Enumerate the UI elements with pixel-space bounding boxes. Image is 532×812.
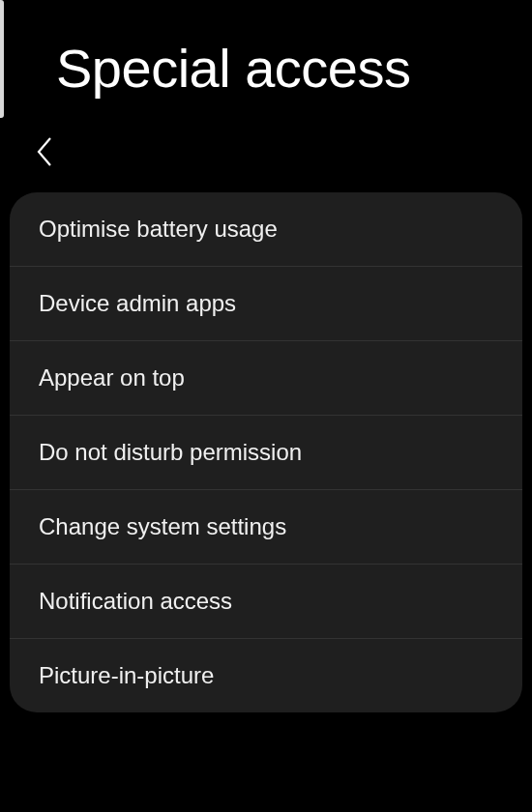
list-item-do-not-disturb-permission[interactable]: Do not disturb permission [10, 416, 522, 490]
chevron-left-icon [34, 135, 55, 168]
list-item-appear-on-top[interactable]: Appear on top [10, 341, 522, 416]
list-item-label: Notification access [39, 588, 232, 614]
list-item-label: Do not disturb permission [39, 439, 302, 465]
list-item-device-admin-apps[interactable]: Device admin apps [10, 267, 522, 341]
list-item-label: Device admin apps [39, 290, 236, 316]
list-item-label: Optimise battery usage [39, 216, 278, 242]
header: Special access [0, 0, 532, 192]
list-item-label: Change system settings [39, 513, 286, 539]
list-item-change-system-settings[interactable]: Change system settings [10, 490, 522, 565]
settings-list: Optimise battery usage Device admin apps… [10, 192, 522, 712]
list-item-notification-access[interactable]: Notification access [10, 565, 522, 639]
list-item-optimise-battery-usage[interactable]: Optimise battery usage [10, 192, 522, 267]
list-item-picture-in-picture[interactable]: Picture-in-picture [10, 639, 522, 712]
list-item-label: Picture-in-picture [39, 662, 214, 688]
back-button[interactable] [21, 129, 68, 175]
list-item-label: Appear on top [39, 364, 185, 391]
side-edge-indicator [0, 0, 4, 118]
page-title: Special access [0, 19, 532, 129]
